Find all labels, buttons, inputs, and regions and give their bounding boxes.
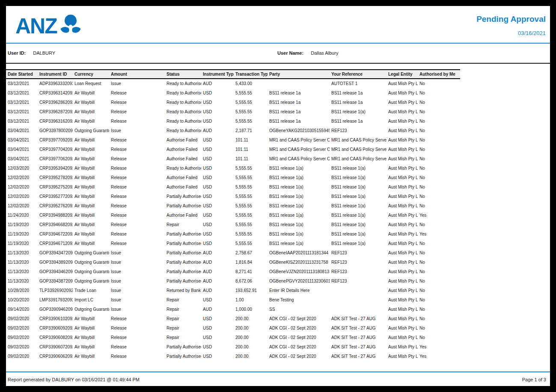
table-cell: MR1 and CAAS Policy Server Change: [268, 154, 330, 163]
table-cell: ADK CGI - 02 Sept 2020: [268, 333, 330, 342]
table-cell: Partially Authorised: [165, 192, 201, 201]
table-row: 09/02/2020CRP33906072092Air WaybillRelea…: [6, 342, 460, 351]
table-cell: Aust Mish Pty Ltd: [387, 107, 418, 116]
table-cell: BS11 release 1(a): [268, 239, 330, 248]
table-cell: Repair: [165, 323, 201, 333]
table-cell: Aust Mish Pty Ltd: [387, 286, 418, 295]
table-cell: Partially Authorised: [165, 248, 201, 257]
table-cell: Issue: [109, 248, 165, 257]
table-cell: AUD: [201, 304, 234, 314]
column-header: Currency: [73, 70, 109, 79]
table-row: 03/04/2021CRP33977062092Air WaybillRelea…: [6, 154, 460, 163]
table-cell: 5,555.55: [234, 229, 268, 239]
table-cell: Issue: [109, 257, 165, 267]
table-cell: Aust Mish Pty Ltd: [387, 342, 418, 351]
table-cell: Returned by Bank: [165, 286, 201, 295]
table-cell: 09/02/2020: [6, 342, 38, 351]
table-cell: USD: [201, 220, 234, 229]
table-cell: Bene Testing: [268, 295, 330, 304]
table-cell: Release: [109, 229, 165, 239]
table-cell: LMP33917932092: [38, 295, 73, 304]
table-cell: No: [418, 248, 460, 257]
table-cell: CRP33906092092: [38, 323, 73, 333]
table-cell: 03/12/2021: [6, 88, 38, 97]
table-cell: 09/02/2020: [6, 351, 38, 361]
table-row: 11/13/2020GOP33943872092Outgoing Guarant…: [6, 276, 460, 286]
table-cell: No: [418, 267, 460, 276]
table-cell: 1,000.00: [234, 304, 268, 314]
table-cell: OGBenePGVY20201113230601: [268, 276, 330, 286]
table-cell: Air Waybill: [73, 210, 109, 220]
table-cell: Repair: [165, 314, 201, 323]
table-cell: BS11 release 1(a): [330, 220, 387, 229]
table-cell: Issue: [109, 267, 165, 276]
table-cell: 5,555.55: [234, 88, 268, 97]
table-cell: No: [418, 323, 460, 333]
table-cell: Outgoing Guarantee: [73, 248, 109, 257]
table-cell: Repair: [165, 333, 201, 342]
table-cell: USD: [201, 333, 234, 342]
table-header-row: Date StartedInstrument IDCurrencyAmountS…: [6, 70, 460, 79]
table-cell: 5,555.55: [234, 107, 268, 116]
table-cell: BS11 release 1a: [268, 97, 330, 107]
table-cell: Air Waybill: [73, 88, 109, 97]
table-row: 09/02/2020CRP33906082092Air WaybillRelea…: [6, 333, 460, 342]
table-cell: MR1 and CAAS Policy Server Cha: [330, 154, 387, 163]
table-cell: 2,187.71: [234, 126, 268, 135]
table-cell: BS11 release 1a: [268, 107, 330, 116]
table-cell: No: [418, 154, 460, 163]
table-cell: Issue: [109, 304, 165, 314]
table-cell: CRP33977062092: [38, 154, 73, 163]
table-cell: USD: [201, 210, 234, 220]
table-cell: CRP33946682092: [38, 220, 73, 229]
table-cell: Authorise Failed: [165, 144, 201, 154]
table-cell: Yes: [418, 351, 460, 361]
table-cell: USD: [201, 342, 234, 351]
table-cell: ADP33963332092: [38, 79, 73, 88]
table-cell: 03/04/2021: [6, 154, 38, 163]
table-cell: AUTOTEST 1: [330, 79, 387, 88]
table-cell: Ready to Authorise: [165, 116, 201, 126]
table-cell: Trade Loan: [73, 286, 109, 295]
column-header: Transaction Type: [234, 70, 268, 79]
table-cell: 03/04/2021: [6, 126, 38, 135]
table-cell: No: [418, 333, 460, 342]
table-row: 03/12/2021CRP33963142092Air WaybillRelea…: [6, 88, 460, 97]
table-cell: No: [418, 220, 460, 229]
table-cell: 12/02/2020: [6, 173, 38, 182]
table-cell: Aust Mish Pty Ltd: [387, 116, 418, 126]
table-row: 12/03/2020CRP33953942092Air WaybillRelea…: [6, 163, 460, 173]
table-cell: CRP33906062092: [38, 351, 73, 361]
table-cell: Aust Mish Pty Ltd: [387, 333, 418, 342]
table-cell: Air Waybill: [73, 333, 109, 342]
table-cell: Air Waybill: [73, 314, 109, 323]
table-cell: 5,555.55: [234, 97, 268, 107]
table-row: 11/13/2020GOP33943892092Outgoing Guarant…: [6, 257, 460, 267]
table-cell: 5,433.00: [234, 79, 268, 88]
table-cell: USD: [201, 116, 234, 126]
table-cell: BS11 release 1a: [330, 97, 387, 107]
table-cell: 03/04/2021: [6, 135, 38, 144]
table-cell: 11/13/2020: [6, 276, 38, 286]
table-cell: Outgoing Guarantee: [73, 257, 109, 267]
table-cell: Ready to Authorise: [165, 97, 201, 107]
table-cell: Release: [109, 154, 165, 163]
table-cell: USD: [201, 88, 234, 97]
column-header: Status: [165, 70, 201, 79]
table-cell: Repair: [165, 304, 201, 314]
footer-generated-text: Report generated by DALBURY on 03/16/202…: [8, 377, 140, 382]
table-cell: 12/02/2020: [6, 182, 38, 192]
table-cell: BS11 release 1(a): [268, 229, 330, 239]
table-cell: No: [418, 295, 460, 304]
table-cell: REF123: [330, 248, 387, 257]
table-cell: 5,555.55: [234, 173, 268, 182]
table-row: 11/13/2020GOP33943462092Outgoing Guarant…: [6, 267, 460, 276]
table-cell: Issue: [109, 295, 165, 304]
table-cell: Partially Authorised: [165, 229, 201, 239]
report-page: ANZ Pending Approval 03/16/2021 User ID:…: [6, 6, 550, 386]
table-cell: USD: [201, 351, 234, 361]
table-cell: GOP33909462092: [38, 304, 73, 314]
table-row: 11/19/2020CRP33946712092Air WaybillRelea…: [6, 239, 460, 248]
table-cell: 11/19/2020: [6, 239, 38, 248]
table-cell: BS11 release 1(a): [330, 239, 387, 248]
